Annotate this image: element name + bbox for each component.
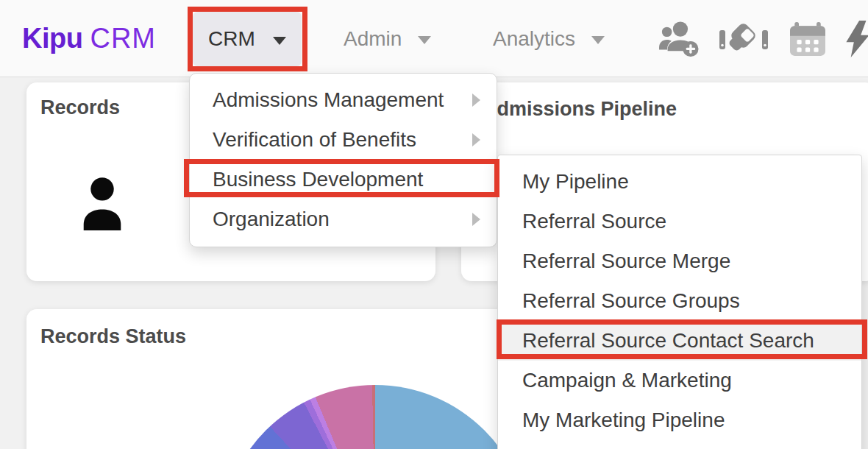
chevron-down-icon (591, 36, 605, 44)
calendar-icon[interactable] (790, 0, 825, 77)
nav-menu-admin-label: Admin (344, 27, 402, 51)
chevron-right-icon (472, 133, 480, 146)
app-logo: Kipu CRM (22, 0, 156, 77)
nav-menu-crm[interactable]: CRM (193, 12, 302, 66)
lightning-icon[interactable] (846, 0, 868, 77)
nav-menu-analytics[interactable]: Analytics (493, 0, 605, 77)
menu-item-admissions-management[interactable]: Admissions Management (190, 80, 497, 120)
menu-item-label: My Pipeline (522, 170, 629, 194)
handshake-icon[interactable] (719, 0, 768, 77)
menu-item-label: Referral Source Contact Search (522, 329, 814, 353)
nav-menu-admin[interactable]: Admin (344, 0, 431, 77)
menu-item-label: Referral Source (522, 210, 666, 233)
nav-menu-analytics-label: Analytics (493, 27, 575, 51)
menu-item-label: Business Development (213, 168, 423, 191)
menu-item-business-development[interactable]: Business Development (190, 160, 497, 199)
submenu-item-referral-source-merge[interactable]: Referral Source Merge (498, 241, 861, 281)
chevron-right-icon (472, 213, 480, 226)
admissions-pipeline-title: Admissions Pipeline (483, 98, 677, 121)
chevron-down-icon (418, 36, 431, 44)
menu-item-label: Referral Source Groups (522, 289, 740, 313)
submenu-item-my-marketing-pipeline[interactable]: My Marketing Pipeline (498, 400, 861, 440)
submenu-item-referral-source-groups[interactable]: Referral Source Groups (498, 281, 861, 321)
menu-item-label: Campaign & Marketing (522, 369, 732, 392)
menu-item-organization[interactable]: Organization (190, 199, 497, 239)
records-status-title: Records Status (40, 325, 186, 348)
top-navbar: Kipu CRM CRM Admin Analytics (0, 0, 868, 77)
menu-item-verification-of-benefits[interactable]: Verification of Benefits (190, 120, 497, 160)
menu-item-label: My Marketing Pipeline (522, 409, 725, 432)
nav-menu-crm-label: CRM (208, 27, 255, 51)
menu-item-label: Admissions Management (213, 88, 444, 112)
menu-item-label: Organization (213, 208, 330, 231)
logo-kipu: Kipu (22, 23, 82, 54)
submenu-item-campaign-marketing[interactable]: Campaign & Marketing (498, 361, 861, 400)
submenu-item-referral-source-contact-search[interactable]: Referral Source Contact Search (498, 321, 861, 361)
records-card-title: Records (40, 96, 120, 119)
submenu-item-referral-source[interactable]: Referral Source (498, 202, 861, 241)
person-icon (72, 172, 132, 238)
chevron-down-icon (273, 37, 286, 45)
crm-dropdown-menu: Admissions Management Verification of Be… (189, 73, 497, 247)
chevron-right-icon (472, 93, 480, 107)
business-development-submenu: My Pipeline Referral Source Referral Sou… (497, 155, 862, 449)
person-add-icon[interactable] (658, 0, 700, 77)
submenu-item-my-pipeline[interactable]: My Pipeline (498, 162, 861, 202)
menu-item-label: Referral Source Merge (522, 250, 730, 273)
menu-item-label: Verification of Benefits (213, 128, 416, 152)
logo-crm: CRM (90, 23, 156, 54)
